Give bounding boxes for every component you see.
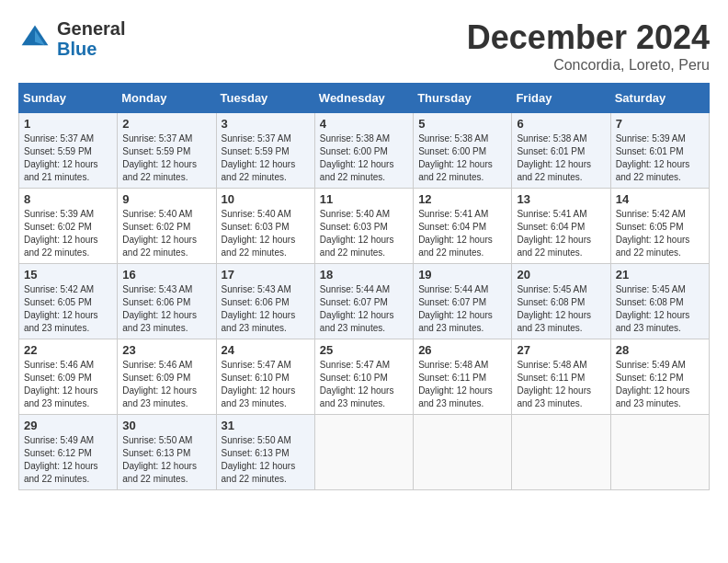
day-info: Sunrise: 5:47 AM Sunset: 6:10 PM Dayligh… xyxy=(320,359,408,410)
day-number: 11 xyxy=(320,192,408,206)
weekday-header-cell: Saturday xyxy=(610,84,709,113)
calendar-day-cell: 27 Sunrise: 5:48 AM Sunset: 6:11 PM Dayl… xyxy=(512,339,610,415)
calendar-day-cell: 12 Sunrise: 5:41 AM Sunset: 6:04 PM Dayl… xyxy=(414,189,512,264)
day-info: Sunrise: 5:42 AM Sunset: 6:05 PM Dayligh… xyxy=(616,208,704,259)
day-info: Sunrise: 5:45 AM Sunset: 6:08 PM Dayligh… xyxy=(517,283,605,335)
day-number: 19 xyxy=(418,268,506,282)
calendar-day-cell: 28 Sunrise: 5:49 AM Sunset: 6:12 PM Dayl… xyxy=(610,339,709,415)
calendar-day-cell: 7 Sunrise: 5:39 AM Sunset: 6:01 PM Dayli… xyxy=(610,113,709,189)
weekday-header-cell: Tuesday xyxy=(216,84,314,113)
day-info: Sunrise: 5:46 AM Sunset: 6:09 PM Dayligh… xyxy=(122,359,210,410)
calendar-day-cell: 3 Sunrise: 5:37 AM Sunset: 5:59 PM Dayli… xyxy=(216,113,314,189)
day-number: 5 xyxy=(418,117,506,131)
day-number: 3 xyxy=(222,117,310,131)
weekday-header-cell: Thursday xyxy=(414,84,512,113)
calendar-day-cell: 1 Sunrise: 5:37 AM Sunset: 5:59 PM Dayli… xyxy=(19,113,118,189)
day-info: Sunrise: 5:40 AM Sunset: 6:02 PM Dayligh… xyxy=(122,208,210,259)
calendar-day-cell: 23 Sunrise: 5:46 AM Sunset: 6:09 PM Dayl… xyxy=(118,339,216,415)
logo-blue: Blue xyxy=(57,39,97,59)
calendar-week-row: 1 Sunrise: 5:37 AM Sunset: 5:59 PM Dayli… xyxy=(19,113,710,189)
weekday-header-cell: Monday xyxy=(118,84,216,113)
day-info: Sunrise: 5:48 AM Sunset: 6:11 PM Dayligh… xyxy=(517,359,605,410)
calendar-day-cell: 14 Sunrise: 5:42 AM Sunset: 6:05 PM Dayl… xyxy=(610,189,709,264)
calendar-day-cell xyxy=(314,415,413,490)
day-number: 21 xyxy=(616,268,704,282)
day-info: Sunrise: 5:38 AM Sunset: 6:00 PM Dayligh… xyxy=(418,132,506,184)
calendar-day-cell: 15 Sunrise: 5:42 AM Sunset: 6:05 PM Dayl… xyxy=(19,264,118,339)
weekday-header-row: SundayMondayTuesdayWednesdayThursdayFrid… xyxy=(19,84,710,113)
day-info: Sunrise: 5:40 AM Sunset: 6:03 PM Dayligh… xyxy=(222,208,310,259)
calendar-day-cell: 10 Sunrise: 5:40 AM Sunset: 6:03 PM Dayl… xyxy=(216,189,314,264)
calendar-table: SundayMondayTuesdayWednesdayThursdayFrid… xyxy=(18,83,710,490)
day-info: Sunrise: 5:38 AM Sunset: 6:01 PM Dayligh… xyxy=(517,132,605,184)
day-info: Sunrise: 5:50 AM Sunset: 6:13 PM Dayligh… xyxy=(122,434,210,486)
weekday-header-cell: Sunday xyxy=(19,84,118,113)
day-number: 1 xyxy=(24,117,112,131)
day-number: 24 xyxy=(222,343,310,357)
calendar-day-cell: 2 Sunrise: 5:37 AM Sunset: 5:59 PM Dayli… xyxy=(118,113,216,189)
day-number: 20 xyxy=(517,268,605,282)
calendar-day-cell xyxy=(610,415,709,490)
calendar-week-row: 29 Sunrise: 5:49 AM Sunset: 6:12 PM Dayl… xyxy=(19,415,710,490)
calendar-day-cell: 17 Sunrise: 5:43 AM Sunset: 6:06 PM Dayl… xyxy=(216,264,314,339)
calendar-day-cell: 8 Sunrise: 5:39 AM Sunset: 6:02 PM Dayli… xyxy=(19,189,118,264)
day-number: 23 xyxy=(122,343,210,357)
day-number: 15 xyxy=(24,268,112,282)
title-area: December 2024 Concordia, Loreto, Peru xyxy=(467,18,710,74)
day-number: 10 xyxy=(222,192,310,206)
calendar-day-cell xyxy=(512,415,610,490)
day-info: Sunrise: 5:43 AM Sunset: 6:06 PM Dayligh… xyxy=(122,283,210,335)
day-info: Sunrise: 5:40 AM Sunset: 6:03 PM Dayligh… xyxy=(320,208,408,259)
day-number: 18 xyxy=(320,268,408,282)
day-number: 31 xyxy=(222,419,310,432)
calendar-day-cell: 20 Sunrise: 5:45 AM Sunset: 6:08 PM Dayl… xyxy=(512,264,610,339)
calendar-day-cell: 24 Sunrise: 5:47 AM Sunset: 6:10 PM Dayl… xyxy=(216,339,314,415)
location-subtitle: Concordia, Loreto, Peru xyxy=(467,57,710,74)
day-number: 16 xyxy=(122,268,210,282)
day-info: Sunrise: 5:38 AM Sunset: 6:00 PM Dayligh… xyxy=(320,132,408,184)
day-number: 13 xyxy=(517,192,605,206)
calendar-week-row: 8 Sunrise: 5:39 AM Sunset: 6:02 PM Dayli… xyxy=(19,189,710,264)
page-header: General Blue December 2024 Concordia, Lo… xyxy=(18,18,710,74)
day-number: 22 xyxy=(24,343,112,357)
logo-icon xyxy=(18,22,51,55)
day-info: Sunrise: 5:37 AM Sunset: 5:59 PM Dayligh… xyxy=(222,132,310,184)
calendar-day-cell: 30 Sunrise: 5:50 AM Sunset: 6:13 PM Dayl… xyxy=(118,415,216,490)
day-info: Sunrise: 5:37 AM Sunset: 5:59 PM Dayligh… xyxy=(122,132,210,184)
day-info: Sunrise: 5:50 AM Sunset: 6:13 PM Dayligh… xyxy=(222,434,310,486)
calendar-day-cell: 6 Sunrise: 5:38 AM Sunset: 6:01 PM Dayli… xyxy=(512,113,610,189)
calendar-day-cell: 21 Sunrise: 5:45 AM Sunset: 6:08 PM Dayl… xyxy=(610,264,709,339)
day-number: 2 xyxy=(122,117,210,131)
calendar-day-cell: 25 Sunrise: 5:47 AM Sunset: 6:10 PM Dayl… xyxy=(314,339,413,415)
day-info: Sunrise: 5:39 AM Sunset: 6:01 PM Dayligh… xyxy=(616,132,704,184)
day-number: 28 xyxy=(616,343,704,357)
day-number: 25 xyxy=(320,343,408,357)
day-info: Sunrise: 5:43 AM Sunset: 6:06 PM Dayligh… xyxy=(222,283,310,335)
day-info: Sunrise: 5:37 AM Sunset: 5:59 PM Dayligh… xyxy=(24,132,112,184)
day-info: Sunrise: 5:41 AM Sunset: 6:04 PM Dayligh… xyxy=(418,208,506,259)
calendar-week-row: 15 Sunrise: 5:42 AM Sunset: 6:05 PM Dayl… xyxy=(19,264,710,339)
calendar-day-cell: 18 Sunrise: 5:44 AM Sunset: 6:07 PM Dayl… xyxy=(314,264,413,339)
day-info: Sunrise: 5:47 AM Sunset: 6:10 PM Dayligh… xyxy=(222,359,310,410)
day-number: 17 xyxy=(222,268,310,282)
logo-general: General xyxy=(57,18,125,39)
calendar-day-cell: 19 Sunrise: 5:44 AM Sunset: 6:07 PM Dayl… xyxy=(414,264,512,339)
calendar-day-cell: 29 Sunrise: 5:49 AM Sunset: 6:12 PM Dayl… xyxy=(19,415,118,490)
calendar-day-cell: 11 Sunrise: 5:40 AM Sunset: 6:03 PM Dayl… xyxy=(314,189,413,264)
day-info: Sunrise: 5:45 AM Sunset: 6:08 PM Dayligh… xyxy=(616,283,704,335)
day-info: Sunrise: 5:44 AM Sunset: 6:07 PM Dayligh… xyxy=(320,283,408,335)
calendar-day-cell: 26 Sunrise: 5:48 AM Sunset: 6:11 PM Dayl… xyxy=(414,339,512,415)
weekday-header-cell: Wednesday xyxy=(314,84,413,113)
day-number: 9 xyxy=(122,192,210,206)
calendar-day-cell: 5 Sunrise: 5:38 AM Sunset: 6:00 PM Dayli… xyxy=(414,113,512,189)
day-info: Sunrise: 5:49 AM Sunset: 6:12 PM Dayligh… xyxy=(24,434,112,486)
day-number: 26 xyxy=(418,343,506,357)
day-number: 12 xyxy=(418,192,506,206)
calendar-week-row: 22 Sunrise: 5:46 AM Sunset: 6:09 PM Dayl… xyxy=(19,339,710,415)
day-number: 7 xyxy=(616,117,704,131)
weekday-header-cell: Friday xyxy=(512,84,610,113)
day-number: 6 xyxy=(517,117,605,131)
day-info: Sunrise: 5:46 AM Sunset: 6:09 PM Dayligh… xyxy=(24,359,112,410)
day-info: Sunrise: 5:41 AM Sunset: 6:04 PM Dayligh… xyxy=(517,208,605,259)
day-number: 27 xyxy=(517,343,605,357)
